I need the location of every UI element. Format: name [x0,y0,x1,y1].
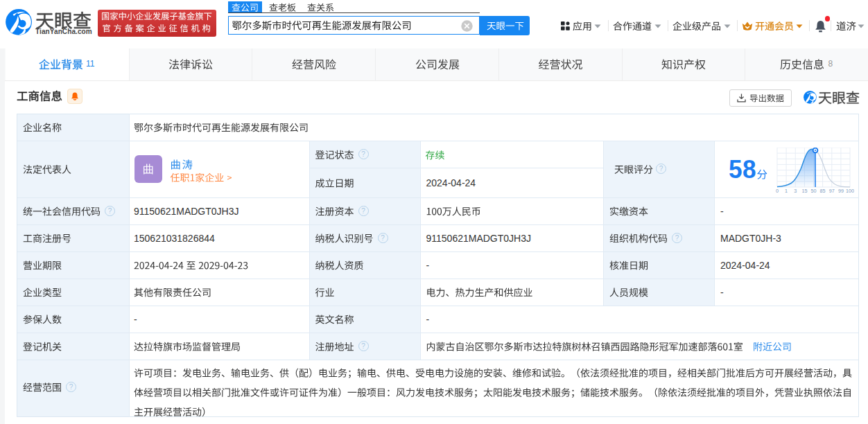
svg-text:3: 3 [794,188,797,194]
svg-text:50: 50 [811,188,817,194]
svg-text:1: 1 [785,188,788,194]
svg-text:100: 100 [846,188,854,194]
svg-text:0: 0 [776,188,779,194]
svg-text:99: 99 [838,188,844,194]
svg-text:85: 85 [820,188,826,194]
svg-text:97: 97 [829,188,835,194]
svg-text:15: 15 [801,188,807,194]
